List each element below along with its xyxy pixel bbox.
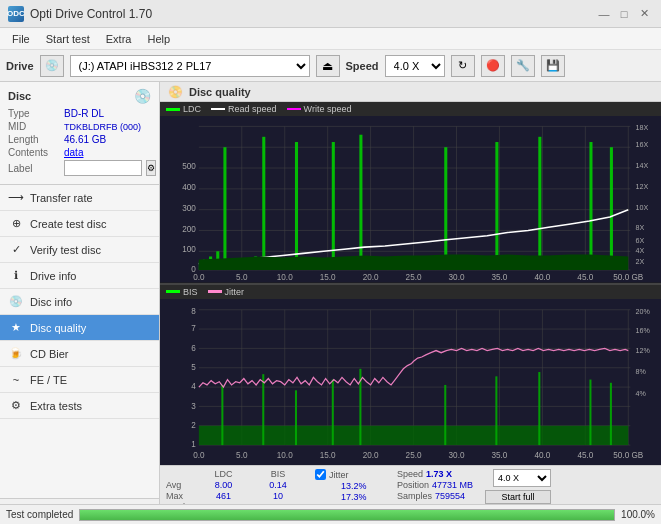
samples-value: 759554 [435,491,465,501]
svg-rect-65 [359,135,362,270]
drive-select[interactable]: (J:) ATAPI iHBS312 2 PL17 [70,55,310,77]
fe-te-icon: ~ [8,372,24,388]
svg-text:10.0: 10.0 [277,449,293,459]
ldc-header: LDC [196,469,251,479]
svg-text:0.0: 0.0 [193,449,205,459]
svg-text:4X: 4X [635,246,644,255]
speed-select[interactable]: 4.0 X [385,55,445,77]
ldc-legend-label: LDC [183,104,201,114]
eject-button[interactable]: ⏏ [316,55,340,77]
max-jitter: 17.3% [341,492,385,502]
menu-help[interactable]: Help [139,31,178,47]
create-disc-icon: ⊕ [8,216,24,232]
disc-panel-title: Disc [8,90,31,102]
type-label: Type [8,108,60,119]
svg-text:0.0: 0.0 [193,273,205,282]
menu-start-test[interactable]: Start test [38,31,98,47]
svg-rect-138 [262,374,264,445]
menu-extra[interactable]: Extra [98,31,140,47]
start-full-button[interactable]: Start full [485,490,551,504]
top-chart-svg: 0 100 200 300 400 500 18X 16X 14X 12X 10… [160,116,661,283]
svg-text:18X: 18X [635,122,648,131]
main-content: Disc 💿 Type BD-R DL MID TDKBLDRFB (000) … [0,82,661,524]
svg-text:8%: 8% [635,367,646,376]
nav-verify-test-disc[interactable]: ✓ Verify test disc [0,237,159,263]
maximize-button[interactable]: □ [615,5,633,23]
jitter-legend-label: Jitter [225,287,245,297]
svg-text:25.0: 25.0 [406,449,422,459]
svg-text:5.0: 5.0 [236,273,248,282]
svg-text:15.0: 15.0 [320,273,336,282]
progress-fill [80,510,614,520]
svg-text:16%: 16% [635,326,650,335]
svg-rect-145 [589,379,591,445]
chart-header-icon: 📀 [168,85,183,99]
config-icon[interactable]: 🔧 [511,55,535,77]
drive-info-icon: ℹ [8,268,24,284]
minimize-button[interactable]: — [595,5,613,23]
svg-rect-140 [332,379,334,445]
menu-file[interactable]: File [4,31,38,47]
avg-speed: 1.73 X [426,469,452,479]
cd-bier-icon: 🍺 [8,346,24,362]
svg-text:6X: 6X [635,236,644,245]
menu-bar: File Start test Extra Help [0,28,661,50]
svg-text:16X: 16X [635,140,648,149]
svg-rect-83 [538,137,541,270]
svg-text:2X: 2X [635,257,644,266]
avg-ldc: 8.00 [196,480,251,490]
refresh-button[interactable]: ↻ [451,55,475,77]
svg-rect-137 [221,384,223,444]
disc-info-icon: 💿 [8,294,24,310]
write-speed-legend-label: Write speed [304,104,352,114]
close-button[interactable]: ✕ [635,5,653,23]
bis-header: BIS [253,469,303,479]
verify-icon: ✓ [8,242,24,258]
title-bar: ODC Opti Drive Control 1.70 — □ ✕ [0,0,661,28]
nav-transfer-rate[interactable]: ⟶ Transfer rate [0,185,159,211]
svg-text:25.0: 25.0 [406,273,422,282]
svg-text:10.0: 10.0 [277,273,293,282]
nav-drive-info[interactable]: ℹ Drive info [0,263,159,289]
svg-rect-146 [610,382,612,444]
svg-text:14X: 14X [635,161,648,170]
speed-select-2[interactable]: 4.0 X [493,469,551,487]
contents-value[interactable]: data [64,147,83,158]
label-input[interactable] [64,160,142,176]
svg-text:50.0 GB: 50.0 GB [613,273,643,282]
svg-rect-88 [589,142,592,270]
burn-icon[interactable]: 🔴 [481,55,505,77]
svg-text:8: 8 [191,305,196,315]
svg-text:20.0: 20.0 [363,273,379,282]
nav-fe-te[interactable]: ~ FE / TE [0,367,159,393]
svg-rect-58 [295,142,298,270]
avg-bis: 0.14 [253,480,303,490]
nav-disc-quality[interactable]: ★ Disc quality [0,315,159,341]
nav-cd-bier[interactable]: 🍺 CD Bier [0,341,159,367]
speed-header: Speed [397,469,423,479]
position-value: 47731 MB [432,480,473,490]
svg-text:7: 7 [191,323,196,333]
svg-marker-92 [199,254,628,270]
status-text: Test completed [6,509,73,520]
svg-text:12%: 12% [635,345,650,354]
svg-text:400: 400 [182,183,196,192]
svg-text:5.0: 5.0 [236,449,248,459]
nav-extra-tests[interactable]: ⚙ Extra tests [0,393,159,419]
svg-rect-54 [262,137,265,270]
jitter-checkbox[interactable] [315,469,326,480]
length-value: 46.61 GB [64,134,106,145]
chart-area: 📀 Disc quality LDC Read speed [160,82,661,524]
bottom-bar: Test completed 100.0% [0,504,661,524]
max-ldc: 461 [196,491,251,501]
save-icon[interactable]: 💾 [541,55,565,77]
svg-text:4: 4 [191,381,196,391]
svg-text:8X: 8X [635,223,644,232]
jitter-legend-color [208,290,222,293]
bis-legend-label: BIS [183,287,198,297]
nav-disc-info[interactable]: 💿 Disc info [0,289,159,315]
disc-panel: Disc 💿 Type BD-R DL MID TDKBLDRFB (000) … [0,82,159,185]
label-button[interactable]: ⚙ [146,160,156,176]
svg-text:45.0: 45.0 [577,273,593,282]
nav-create-test-disc[interactable]: ⊕ Create test disc [0,211,159,237]
